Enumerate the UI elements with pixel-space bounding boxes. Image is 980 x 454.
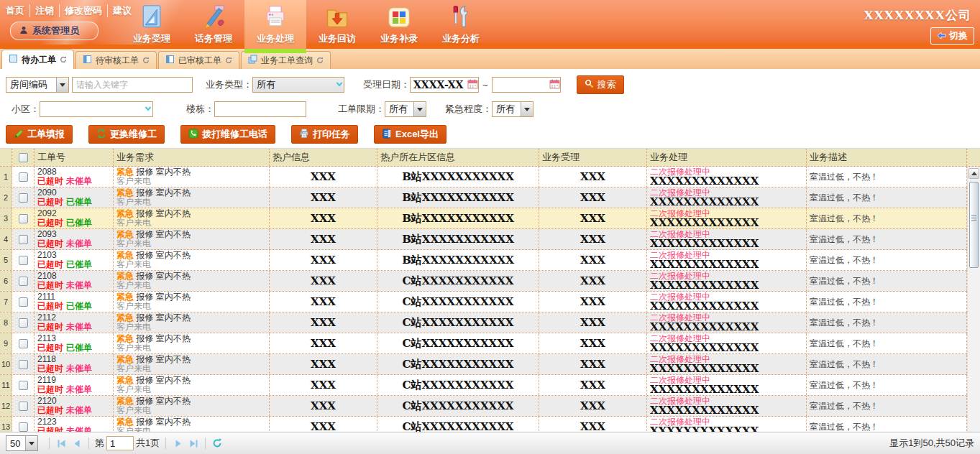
prev-page-icon[interactable]	[69, 436, 85, 450]
table-row[interactable]: 6 2108 已超时未催单 紧急 报修 室内不热 客户来电 XXX C站XXXX…	[0, 271, 967, 292]
customer-info: XXX	[311, 297, 336, 307]
nav-item[interactable]: 话务管理	[183, 0, 244, 49]
row-checkbox[interactable]	[19, 193, 28, 203]
scroll-up-icon[interactable]	[968, 168, 979, 179]
table-row[interactable]: 1 2088 已超时未催单 紧急 报修 室内不热 客户来电 XXX B站XXXX…	[0, 167, 967, 187]
area-info: B站XXXXXXXXXXX	[402, 256, 514, 265]
select-all-checkbox[interactable]	[19, 153, 28, 162]
accept-info: XXX	[580, 402, 605, 411]
row-checkbox[interactable]	[19, 214, 28, 223]
next-page-icon[interactable]	[170, 436, 186, 450]
tab[interactable]: 待审核工单	[75, 51, 157, 69]
row-number: 10	[0, 354, 12, 374]
field-select[interactable]: 房间编码	[6, 77, 69, 93]
header-link[interactable]: 首页	[6, 4, 24, 17]
desc-text: 室温过低，不热！	[807, 375, 967, 395]
row-checkbox[interactable]	[19, 339, 28, 348]
company-name: XXXXXXXX公司	[864, 7, 971, 24]
table-row[interactable]: 7 2111 已超时已催单 紧急 报修 室内不热 客户来电 XXX C站XXXX…	[0, 292, 967, 312]
date-from-input[interactable]: XXXX-XX	[410, 77, 479, 93]
table-row[interactable]: 10 2118 已超时未催单 紧急 报修 室内不热 客户来电 XXX C站XXX…	[0, 354, 967, 375]
page-size-select[interactable]: 50	[6, 435, 38, 451]
deadline-select[interactable]: 所有	[385, 101, 426, 117]
tab[interactable]: 待办工单	[1, 50, 74, 69]
overdue-status: 已超时	[37, 218, 63, 228]
table-row[interactable]: 4 2093 已超时未催单 紧急 报修 室内不热 客户来电 XXX B站XXXX…	[0, 229, 967, 250]
grid-header: 工单号业务需求热户信息热户所在片区信息业务受理业务处理业务描述	[0, 149, 980, 167]
nav-item[interactable]: 业务分析	[430, 0, 492, 49]
customer-info: XXX	[311, 360, 336, 369]
business-type-label: 业务类型：	[206, 78, 252, 91]
user-pill[interactable]: 系统管理员	[10, 22, 99, 40]
row-checkbox[interactable]	[19, 172, 28, 182]
user-name: 系统管理员	[32, 24, 79, 37]
switch-button[interactable]: 切换	[930, 27, 974, 45]
row-checkbox[interactable]	[19, 422, 28, 432]
accept-info: XXX	[580, 318, 605, 328]
nav-item-label: 业务处理	[257, 32, 294, 45]
last-page-icon[interactable]	[186, 436, 201, 450]
tab-label: 已审核工单	[178, 55, 221, 67]
refresh-icon[interactable]	[209, 436, 225, 450]
area-info: C站XXXXXXXXXXX	[403, 360, 514, 369]
search-button[interactable]: 搜索	[577, 75, 624, 94]
row-checkbox[interactable]	[19, 256, 28, 265]
row-checkbox[interactable]	[19, 235, 28, 244]
row-checkbox[interactable]	[19, 297, 28, 307]
building-label: 楼栋：	[186, 103, 214, 116]
order-id: 2090	[37, 187, 57, 198]
nav-item[interactable]: 业务补录	[368, 0, 430, 49]
scrollbar-thumb[interactable]	[969, 182, 979, 268]
urgency-tag: 紧急	[116, 396, 134, 406]
vertical-scrollbar[interactable]	[967, 167, 980, 444]
toolbar-button[interactable]: 打印任务	[291, 125, 358, 144]
tab-refresh-icon[interactable]	[60, 56, 67, 63]
row-checkbox[interactable]	[19, 277, 28, 286]
table-row[interactable]: 8 2112 已超时未催单 紧急 报修 室内不热 客户来电 XXX C站XXXX…	[0, 312, 967, 333]
header-link[interactable]: 注销	[29, 4, 54, 17]
calendar-icon[interactable]	[467, 79, 478, 91]
accept-info: XXX	[580, 422, 605, 432]
process-detail: XXXXXXXXXXXXX	[650, 406, 806, 415]
date-to-input[interactable]	[492, 77, 561, 93]
toolbar-button[interactable]: 更换维修工	[88, 125, 165, 144]
urgency-select[interactable]: 所有	[492, 101, 533, 117]
table-row[interactable]: 12 2120 已超时未催单 紧急 报修 室内不热 客户来电 XXX C站XXX…	[0, 396, 967, 417]
tab-refresh-icon[interactable]	[225, 57, 232, 64]
page-number-input[interactable]	[106, 436, 134, 450]
tab[interactable]: 已审核工单	[158, 51, 239, 69]
row-checkbox[interactable]	[19, 402, 28, 411]
tab-refresh-icon[interactable]	[142, 57, 150, 64]
row-checkbox[interactable]	[19, 360, 28, 369]
overdue-status: 已超时	[37, 259, 63, 269]
table-row[interactable]: 3 2092 已超时已催单 紧急 报修 室内不热 客户来电 XXX B站XXXX…	[0, 208, 967, 229]
community-combo[interactable]	[40, 101, 153, 117]
row-checkbox[interactable]	[19, 318, 28, 328]
table-row[interactable]: 9 2113 已超时已催单 紧急 报修 室内不热 客户来电 XXX C站XXXX…	[0, 333, 967, 354]
table-row[interactable]: 11 2119 已超时未催单 紧急 报修 室内不热 客户来电 XXX C站XXX…	[0, 375, 967, 396]
tab[interactable]: 业务工单查询	[241, 51, 331, 69]
calendar-icon[interactable]	[549, 79, 560, 91]
nav-item[interactable]: 业务处理	[244, 0, 306, 49]
building-input[interactable]	[214, 101, 306, 117]
nav-item[interactable]: 业务受理	[121, 0, 183, 49]
accept-info: XXX	[580, 214, 605, 223]
toolbar-button[interactable]: 拨打维修工电话	[180, 125, 275, 144]
business-type-combo[interactable]: 所有	[252, 77, 344, 93]
row-checkbox[interactable]	[19, 381, 28, 390]
order-id: 2120	[37, 396, 57, 406]
demand-text: 报修 室内不热	[136, 312, 190, 323]
accept-info: XXX	[580, 277, 605, 286]
remind-status: 已催单	[66, 218, 92, 228]
printer-icon	[262, 4, 289, 31]
nav-item[interactable]: 业务回访	[306, 0, 368, 49]
toolbar-button[interactable]: Excel导出	[374, 125, 447, 144]
toolbar-button[interactable]: 工单填报	[6, 125, 73, 144]
tab-refresh-icon[interactable]	[316, 57, 324, 64]
first-page-icon[interactable]	[53, 436, 69, 450]
table-row[interactable]: 2 2090 已超时已催单 紧急 报修 室内不热 客户来电 XXX B站XXXX…	[0, 187, 967, 208]
total-pages: 共1页	[136, 437, 160, 450]
keyword-input[interactable]	[72, 77, 193, 93]
table-row[interactable]: 5 2103 已超时已催单 紧急 报修 室内不热 客户来电 XXX B站XXXX…	[0, 250, 967, 271]
header-link[interactable]: 修改密码	[59, 4, 102, 17]
